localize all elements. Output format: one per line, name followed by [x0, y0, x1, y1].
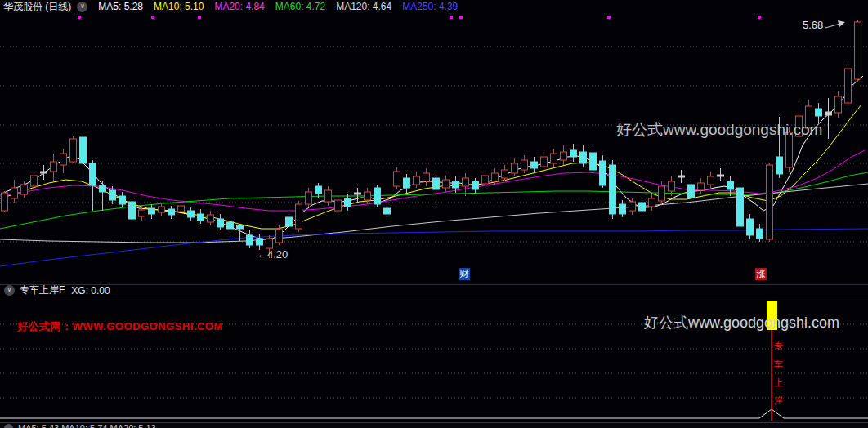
- ma-legend-item: MA250: 4.39: [402, 1, 458, 12]
- low-price-label: ←4.20: [257, 248, 288, 261]
- panel-divider: [0, 296, 868, 296]
- ma-legend-item: MA60: 4.72: [275, 1, 325, 12]
- indicator-collapse-chevron-icon[interactable]: ∨: [4, 285, 15, 296]
- signal-label-char: 上: [774, 377, 783, 389]
- indicator-value: XG: 0.00: [71, 285, 110, 296]
- signal-label-char: 岸: [774, 395, 783, 407]
- ma-legend-item: MA10: 5.10: [154, 1, 204, 12]
- ma-legend: MA5: 5.28MA10: 5.10MA20: 4.84MA60: 4.72M…: [87, 1, 458, 12]
- low-arrow-icon: ←: [257, 248, 267, 261]
- ma-legend-item: MA20: 4.84: [214, 1, 264, 12]
- clipped-text: MA5: 5.43 MA10: 5.74 MA20: 5.13: [18, 423, 156, 428]
- panel-watermark: 好公式www.goodgongshi.com: [644, 313, 839, 332]
- event-badge[interactable]: 涨: [755, 268, 767, 280]
- indicator-header-bar: ∨ 专车上岸F XG: 0.00: [0, 285, 868, 296]
- collapse-chevron-icon[interactable]: ∨: [77, 2, 87, 12]
- ma-legend-item: MA120: 4.64: [336, 1, 391, 12]
- event-badge[interactable]: 财: [459, 268, 470, 280]
- main-watermark: 好公式www.goodgongshi.com: [616, 119, 822, 140]
- ma-legend-item: MA5: 5.28: [98, 1, 143, 12]
- signal-label-char: 专: [774, 340, 783, 352]
- ma-lines-layer: [0, 76, 868, 266]
- clipped-bottom-strip: MA5: 5.43 MA10: 5.74 MA20: 5.13: [0, 423, 868, 428]
- stock-title: 华茂股份 (日线): [3, 0, 71, 14]
- stock-app-window: 华茂股份 (日线) ∨ MA5: 5.28MA10: 5.10MA20: 4.8…: [0, 0, 868, 428]
- high-price-label: 5.68: [803, 19, 823, 31]
- panel-red-watermark: 好公式网：WWW.GOODGONGSHI.COM: [17, 319, 223, 334]
- indicator-name: 专车上岸F: [20, 283, 65, 297]
- chart-header-bar: 华茂股份 (日线) ∨ MA5: 5.28MA10: 5.10MA20: 4.8…: [0, 0, 868, 13]
- clipped-chevron-icon[interactable]: [4, 424, 13, 428]
- price-chart-canvas[interactable]: [0, 0, 868, 428]
- signal-label-char: 车: [774, 359, 783, 371]
